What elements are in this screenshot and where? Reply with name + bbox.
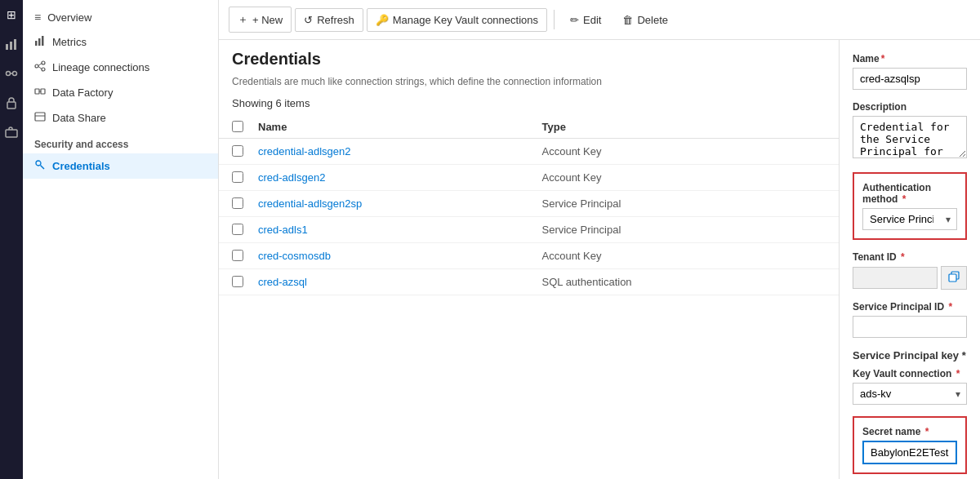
svg-point-3 <box>7 72 11 76</box>
auth-method-select-wrapper: Service Principal Account Key SQL authen… <box>862 208 957 230</box>
sidebar-item-credentials[interactable]: Credentials <box>23 153 218 179</box>
row-name-5[interactable]: cred-cosmosdb <box>258 250 542 262</box>
auth-method-label: Authentication method * <box>862 182 957 205</box>
plus-icon: ＋ <box>238 12 248 27</box>
auth-required: * <box>899 193 906 205</box>
tenant-id-input[interactable] <box>853 267 938 289</box>
sp-key-required: * <box>959 349 966 361</box>
tenant-copy-button[interactable] <box>941 266 967 290</box>
sp-key-section-label: Service Principal key * <box>853 349 967 361</box>
description-textarea[interactable]: Credential for the Service Principal for… <box>853 116 967 158</box>
refresh-button-label: Refresh <box>317 14 354 26</box>
svg-point-4 <box>13 72 17 76</box>
edit-button[interactable]: ✏ Edit <box>561 8 610 32</box>
row-checkbox-5[interactable] <box>232 250 243 261</box>
row-checkbox-3[interactable] <box>232 197 243 209</box>
svg-rect-2 <box>14 39 16 50</box>
kv-connection-select-wrapper: ads-kv ▾ <box>853 383 967 405</box>
lock-icon[interactable] <box>3 95 20 111</box>
secret-name-input[interactable] <box>862 441 957 464</box>
sidebar-item-lineage-label: Lineage connections <box>52 61 149 73</box>
new-button-label: + New <box>252 14 283 26</box>
description-label: Description <box>853 101 967 113</box>
table-row[interactable]: cred-azsql SQL authentication <box>219 269 839 295</box>
credentials-table: Name Type credential-adlsgen2 Account Ke… <box>219 116 839 469</box>
svg-point-21 <box>36 161 41 166</box>
svg-rect-17 <box>41 89 45 94</box>
table-row[interactable]: cred-cosmosdb Account Key <box>219 243 839 269</box>
data-factory-icon <box>34 86 46 100</box>
row-name-3[interactable]: credential-adlsgen2sp <box>258 197 542 210</box>
sp-id-label: Service Principal ID * <box>853 301 967 313</box>
sp-id-required: * <box>946 301 952 313</box>
secret-name-required: * <box>922 426 929 437</box>
table-row[interactable]: credential-adlsgen2sp Service Principal <box>219 191 839 217</box>
home-icon[interactable]: ⊞ <box>3 7 20 23</box>
credentials-icon <box>34 159 46 173</box>
sidebar-item-data-share-label: Data Share <box>52 112 106 124</box>
row-checkbox-2[interactable] <box>232 171 243 183</box>
name-required: * <box>881 53 885 64</box>
sidebar-item-data-share[interactable]: Data Share <box>23 105 218 131</box>
refresh-button[interactable]: ↺ Refresh <box>295 8 363 32</box>
delete-button[interactable]: 🗑 Delete <box>613 8 677 32</box>
row-checkbox-1[interactable] <box>232 145 243 157</box>
select-all-checkbox[interactable] <box>232 121 243 132</box>
row-type-6: SQL authentication <box>542 276 826 288</box>
kv-connection-select[interactable]: ads-kv <box>853 383 967 405</box>
row-name-6[interactable]: cred-azsql <box>258 276 542 288</box>
link-icon[interactable] <box>3 65 20 82</box>
svg-rect-8 <box>35 41 38 46</box>
sidebar-item-metrics-label: Metrics <box>52 36 87 48</box>
table-row[interactable]: credential-adlsgen2 Account Key <box>219 139 839 165</box>
metrics-icon <box>34 35 46 49</box>
sidebar-item-overview[interactable]: ≡ Overview <box>23 5 218 29</box>
row-checkbox-6[interactable] <box>232 276 243 287</box>
svg-rect-9 <box>38 38 41 46</box>
name-col-header: Name <box>258 121 542 133</box>
edit-icon: ✏ <box>570 14 579 26</box>
data-share-icon <box>34 111 46 125</box>
kv-conn-required: * <box>953 368 960 379</box>
table-row[interactable]: cred-adls1 Service Principal <box>219 217 839 243</box>
row-checkbox-4[interactable] <box>232 224 243 235</box>
kv-connection-label: Key Vault connection * <box>853 368 967 379</box>
showing-count: Showing 6 items <box>219 97 839 116</box>
sidebar-item-lineage[interactable]: Lineage connections <box>23 55 218 80</box>
main-area: ＋ + New ↺ Refresh 🔑 Manage Key Vault con… <box>219 0 980 479</box>
sidebar-item-data-factory[interactable]: Data Factory <box>23 80 218 105</box>
tenant-id-row <box>853 266 967 290</box>
right-panel: Name* Description Credential for the Ser… <box>840 40 980 479</box>
briefcase-icon[interactable] <box>3 124 20 140</box>
auth-method-select[interactable]: Service Principal Account Key SQL authen… <box>862 208 957 230</box>
tenant-id-group: Tenant ID * <box>853 251 967 290</box>
lineage-icon <box>34 60 46 74</box>
sp-id-input[interactable] <box>853 316 967 338</box>
svg-line-14 <box>38 64 42 66</box>
svg-point-11 <box>35 64 38 68</box>
name-input[interactable] <box>853 68 967 90</box>
delete-icon: 🗑 <box>622 14 633 26</box>
row-type-2: Account Key <box>542 171 826 184</box>
refresh-icon: ↺ <box>304 14 313 26</box>
svg-line-22 <box>41 166 45 170</box>
manage-kv-button[interactable]: 🔑 Manage Key Vault connections <box>367 8 547 32</box>
manage-kv-label: Manage Key Vault connections <box>393 14 538 26</box>
row-name-4[interactable]: cred-adls1 <box>258 224 542 236</box>
sidebar: ≡ Overview Metrics Lineage connections <box>23 0 219 479</box>
toolbar: ＋ + New ↺ Refresh 🔑 Manage Key Vault con… <box>219 0 980 40</box>
sidebar-item-credentials-label: Credentials <box>52 160 110 172</box>
table-row[interactable]: cred-adlsgen2 Account Key <box>219 165 839 191</box>
row-name-1[interactable]: credential-adlsgen2 <box>258 145 542 157</box>
new-button[interactable]: ＋ + New <box>229 7 292 33</box>
row-type-5: Account Key <box>542 250 826 262</box>
table-panel: Credentials Credentials are much like co… <box>219 40 840 479</box>
svg-line-15 <box>38 67 42 69</box>
svg-rect-0 <box>6 44 8 50</box>
row-name-2[interactable]: cred-adlsgen2 <box>258 171 542 184</box>
secret-name-group: Secret name * <box>853 416 967 474</box>
sidebar-item-metrics[interactable]: Metrics <box>23 29 218 55</box>
sp-id-group: Service Principal ID * <box>853 301 967 338</box>
chart-icon[interactable] <box>3 36 20 52</box>
sidebar-item-data-factory-label: Data Factory <box>52 86 113 99</box>
